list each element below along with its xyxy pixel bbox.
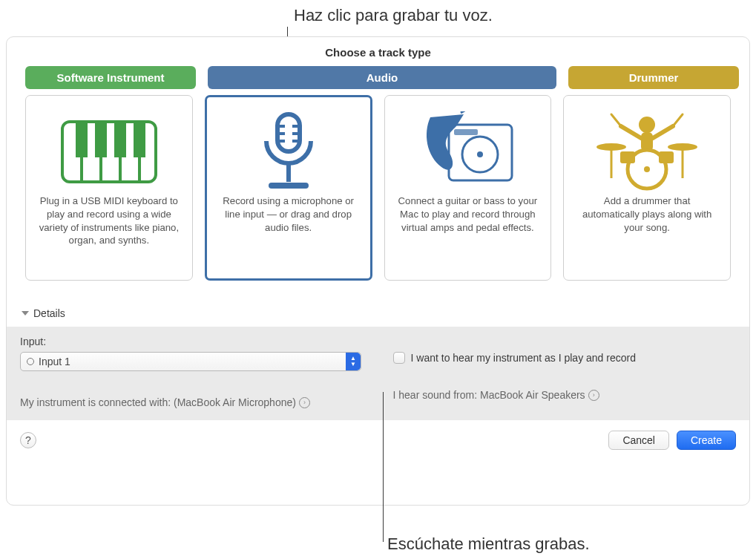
svg-line-26: [653, 126, 673, 138]
microphone-icon: [216, 109, 361, 194]
svg-rect-7: [114, 122, 126, 157]
svg-point-20: [477, 151, 483, 157]
tab-drummer[interactable]: Drummer: [568, 66, 739, 89]
tab-audio[interactable]: Audio: [208, 66, 556, 89]
card-software-desc: Plug in a USB MIDI keyboard to play and …: [36, 194, 182, 247]
goto-input-settings-icon[interactable]: [299, 397, 310, 408]
monitoring-label: I want to hear my instrument as I play a…: [411, 352, 636, 364]
dialog-title: Choose a track type: [7, 37, 749, 66]
input-value: Input 1: [39, 356, 70, 367]
svg-point-34: [644, 166, 650, 172]
svg-rect-35: [620, 151, 635, 163]
card-guitar-desc: Connect a guitar or bass to your Mac to …: [395, 194, 541, 234]
svg-line-27: [611, 114, 621, 126]
svg-point-23: [639, 117, 655, 133]
details-panel: Input: Input 1 My instrument is connecte…: [7, 327, 749, 420]
card-drummer-desc: Add a drummer that automatically plays a…: [574, 194, 720, 234]
callout-line-bottom: [383, 392, 384, 542]
svg-line-22: [461, 111, 479, 113]
svg-rect-5: [76, 122, 88, 157]
help-button[interactable]: ?: [20, 432, 36, 448]
card-software-instrument[interactable]: Plug in a USB MIDI keyboard to play and …: [25, 95, 193, 281]
input-select[interactable]: Input 1: [20, 352, 361, 371]
mono-channel-icon: [27, 358, 34, 365]
svg-rect-36: [659, 151, 674, 163]
card-drummer[interactable]: Add a drummer that automatically plays a…: [563, 95, 731, 281]
cancel-button[interactable]: Cancel: [608, 431, 669, 450]
annotation-record-voice: Haz clic para grabar tu voz.: [294, 6, 493, 25]
card-mic-desc: Record using a microphone or line input …: [216, 194, 361, 234]
svg-rect-8: [134, 122, 145, 157]
details-disclosure[interactable]: Details: [7, 281, 749, 327]
keyboard-icon: [36, 109, 182, 194]
svg-rect-21: [454, 129, 478, 135]
create-button[interactable]: Create: [677, 431, 736, 450]
dialog-footer: ? Cancel Create: [7, 420, 749, 460]
chevron-down-icon: [22, 311, 29, 316]
monitoring-checkbox[interactable]: [393, 352, 405, 364]
new-track-dialog: Choose a track type Software Instrument …: [6, 36, 750, 506]
stepper-arrows-icon: [346, 353, 361, 370]
card-audio-mic[interactable]: Record using a microphone or line input …: [205, 95, 372, 281]
track-type-cards: Plug in a USB MIDI keyboard to play and …: [7, 89, 749, 281]
guitar-amp-icon: [395, 109, 541, 194]
svg-rect-6: [95, 122, 107, 157]
drummer-icon: [574, 109, 720, 194]
tab-software-instrument[interactable]: Software Instrument: [25, 66, 196, 89]
svg-line-28: [673, 114, 683, 126]
input-label: Input:: [20, 336, 364, 347]
card-audio-guitar[interactable]: Connect a guitar or bass to your Mac to …: [384, 95, 552, 281]
annotation-monitor: Escúchate mientras grabas.: [387, 535, 590, 554]
instrument-connection-info: My instrument is connected with: (MacBoo…: [20, 396, 364, 408]
goto-output-settings-icon[interactable]: [588, 390, 599, 401]
output-info: I hear sound from: MacBook Air Speakers: [393, 389, 737, 401]
track-type-tabs: Software Instrument Audio Drummer: [7, 66, 749, 89]
details-label: Details: [33, 307, 65, 319]
svg-line-25: [621, 126, 641, 138]
